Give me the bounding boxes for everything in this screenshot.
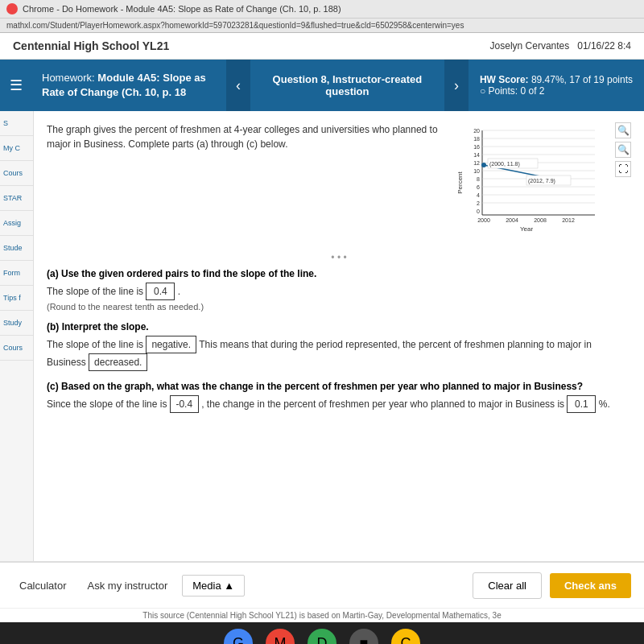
hw-score: HW Score: 89.47%, 17 of 19 points	[480, 74, 633, 85]
svg-text:0: 0	[477, 208, 480, 214]
part-c-text3: %.	[599, 398, 610, 410]
user-name: Joselyn Cervantes	[490, 40, 570, 52]
hw-score-label: HW Score:	[480, 74, 529, 85]
graph-box: Percent 20 18	[454, 122, 631, 239]
clear-all-button[interactable]: Clear all	[473, 572, 542, 599]
zoom-in-btn[interactable]: 🔍	[615, 122, 631, 138]
part-b-text1: The slope of the line is	[47, 339, 143, 350]
calculator-button[interactable]: Calculator	[13, 576, 73, 595]
browser-favicon	[6, 3, 18, 14]
sidebar-item-student[interactable]: Stude	[0, 236, 33, 261]
svg-text:16: 16	[473, 144, 480, 150]
separator: • • •	[47, 247, 631, 268]
main-content: S My C Cours STAR Assig Stude Form Tips …	[0, 111, 644, 561]
bottom-toolbar: Calculator Ask my instructor Media ▲ Cle…	[0, 561, 644, 608]
svg-text:Year: Year	[520, 225, 534, 233]
graph-container: The graph gives the percent of freshmen …	[47, 122, 631, 239]
part-c-label: (c) Based on the graph, what was the cha…	[47, 381, 631, 392]
browser-title: Chrome - Do Homework - Module 4A5: Slope…	[23, 4, 341, 14]
svg-text:2012: 2012	[562, 217, 575, 223]
svg-text:2000: 2000	[477, 217, 490, 223]
part-c-percent-answer[interactable]: 0.1	[567, 395, 596, 413]
svg-text:20: 20	[473, 128, 480, 134]
svg-text:Percent: Percent	[456, 171, 464, 193]
sidebar-item-s[interactable]: S	[0, 111, 33, 136]
svg-text:18: 18	[473, 136, 480, 142]
school-header: Centennial High School YL21 Joselyn Cerv…	[0, 33, 644, 60]
taskbar-app1[interactable]: ■	[349, 629, 378, 644]
part-a-answer[interactable]: 0.4	[146, 283, 175, 300]
svg-text:14: 14	[473, 152, 480, 158]
menu-icon[interactable]: ☰	[0, 60, 32, 111]
hw-title-prefix: Homework:	[42, 72, 97, 84]
taskbar-google[interactable]: G	[224, 629, 253, 644]
svg-text:2008: 2008	[534, 217, 547, 223]
sidebar-item-courses[interactable]: Cours	[0, 161, 33, 186]
part-a-text-end: .	[178, 286, 180, 297]
sidebar: S My C Cours STAR Assig Stude Form Tips …	[0, 111, 34, 561]
ask-instructor-button[interactable]: Ask my instructor	[81, 576, 175, 595]
question-label: Question 8, Instructor-created question	[250, 60, 444, 111]
svg-point-30	[481, 163, 486, 167]
part-a-text: The slope of the line is 0.4 .	[47, 283, 631, 300]
user-info: Joselyn Cervantes 01/16/22 8:4	[490, 40, 631, 52]
sidebar-item-tips[interactable]: Tips f	[0, 286, 33, 311]
svg-text:12: 12	[473, 160, 480, 166]
graph-controls: 🔍 🔍 ⛶	[615, 122, 631, 177]
hw-score-value: 89.47%, 17 of 19 points	[531, 74, 633, 85]
part-b-section: (b) Interpret the slope. The slope of th…	[47, 321, 631, 371]
part-c-section: (c) Based on the graph, what was the cha…	[47, 381, 631, 413]
part-a-note: (Round to the nearest tenth as needed.)	[47, 302, 631, 312]
points-display: ○ Points: 0 of 2	[480, 85, 633, 97]
browser-title-bar: Chrome - Do Homework - Module 4A5: Slope…	[0, 0, 644, 19]
sidebar-item-cour2[interactable]: Cours	[0, 336, 33, 361]
sidebar-item-assign[interactable]: Assig	[0, 211, 33, 236]
date-display: 01/16/22 8:4	[577, 40, 631, 52]
check-answer-button[interactable]: Check ans	[550, 573, 631, 598]
part-a-text1: The slope of the line is	[47, 286, 143, 297]
part-c-text2: , the change in the percent of freshmen …	[201, 398, 564, 410]
school-name: Centennial High School YL21	[13, 39, 169, 52]
sidebar-item-star[interactable]: STAR	[0, 186, 33, 211]
hw-title-section: Homework: Module 4A5: Slope as Rate of C…	[32, 60, 226, 111]
part-a-label: (a) Use the given ordered pairs to find …	[47, 268, 631, 279]
score-section: HW Score: 89.47%, 17 of 19 points ○ Poin…	[469, 60, 644, 111]
nav-arrow-left[interactable]: ‹	[226, 60, 250, 111]
footer-source-text: This source (Centennial High School YL21…	[142, 611, 501, 620]
svg-text:10: 10	[473, 168, 480, 174]
svg-text:(2012, 7.9): (2012, 7.9)	[528, 178, 555, 184]
taskbar-gmail[interactable]: M	[266, 629, 295, 644]
svg-text:4: 4	[477, 192, 480, 198]
taskbar-chrome[interactable]: C	[391, 629, 420, 644]
expand-btn[interactable]: ⛶	[615, 161, 631, 177]
zoom-out-btn[interactable]: 🔍	[615, 142, 631, 158]
svg-text:2: 2	[477, 200, 480, 206]
part-b-answer-negative[interactable]: negative.	[146, 336, 196, 353]
svg-text:6: 6	[477, 184, 480, 190]
hw-title: Homework: Module 4A5: Slope as Rate of C…	[42, 71, 217, 100]
part-a-section: (a) Use the given ordered pairs to find …	[47, 268, 631, 312]
content-area: The graph gives the percent of freshmen …	[34, 111, 644, 561]
svg-text:2004: 2004	[506, 217, 518, 223]
svg-text:(2000, 11.8): (2000, 11.8)	[489, 161, 520, 167]
taskbar-drive[interactable]: D	[308, 629, 336, 644]
part-b-label: (b) Interpret the slope.	[47, 321, 631, 332]
svg-text:8: 8	[477, 176, 480, 182]
part-b-text: The slope of the line is negative. This …	[47, 336, 631, 371]
part-c-slope-answer[interactable]: -0.4	[170, 395, 199, 413]
part-c-text1: Since the slope of the line is	[47, 398, 167, 410]
chart-svg: Percent 20 18	[454, 122, 607, 239]
media-button[interactable]: Media ▲	[182, 575, 245, 597]
part-c-text: Since the slope of the line is -0.4 , th…	[47, 395, 631, 413]
hw-header: ☰ Homework: Module 4A5: Slope as Rate of…	[0, 60, 644, 111]
sidebar-item-form[interactable]: Form	[0, 261, 33, 286]
sidebar-item-myc[interactable]: My C	[0, 136, 33, 161]
footer-source: This source (Centennial High School YL21…	[0, 608, 644, 622]
url-bar: mathxl.com/Student/PlayerHomework.aspx?h…	[0, 19, 644, 33]
taskbar: G M D ■ C	[0, 622, 644, 644]
url-text: mathxl.com/Student/PlayerHomework.aspx?h…	[6, 21, 464, 30]
problem-description: The graph gives the percent of freshmen …	[47, 122, 441, 239]
part-b-answer-decreased[interactable]: decreased.	[89, 353, 147, 371]
sidebar-item-study[interactable]: Study	[0, 311, 33, 336]
nav-arrow-right[interactable]: ›	[444, 60, 469, 111]
